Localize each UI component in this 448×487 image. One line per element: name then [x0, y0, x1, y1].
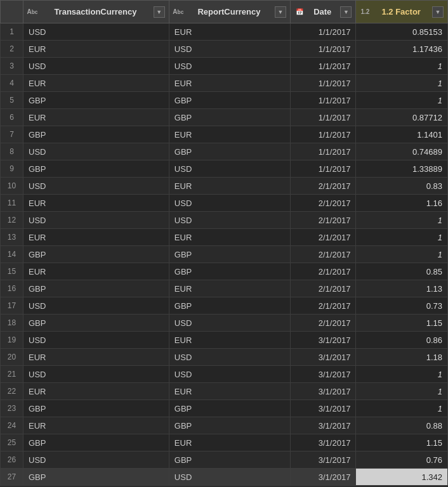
table-row: 14GBPGBP2/1/20171: [1, 246, 448, 263]
date-header[interactable]: 📅 Date ▼: [291, 1, 356, 23]
factor-cell: 1.17436: [356, 41, 448, 58]
factor-cell: 1.18: [356, 349, 448, 366]
row-number: 26: [1, 451, 23, 469]
table-row: 8USDGBP1/1/20170.74689: [1, 143, 448, 160]
row-number: 11: [1, 195, 23, 212]
factor-cell: 1.15: [356, 315, 448, 332]
report-currency-cell: GBP: [169, 297, 290, 315]
report-currency-cell: EUR: [169, 434, 290, 451]
factor-label: 1.2 Factor: [372, 7, 430, 16]
transaction-currency-cell: GBP: [23, 434, 169, 451]
row-number: 21: [1, 366, 23, 383]
report-currency-cell: EUR: [169, 280, 290, 297]
report-currency-cell: USD: [169, 58, 290, 75]
table-row: 20EURUSD3/1/20171.18: [1, 349, 448, 366]
factor-cell: 0.88: [356, 417, 448, 434]
factor-cell: 1: [356, 400, 448, 417]
row-number: 17: [1, 297, 23, 315]
factor-header[interactable]: 1.2 1.2 Factor ▼: [356, 1, 448, 23]
table-row: 6EURGBP1/1/20170.87712: [1, 109, 448, 126]
report-currency-cell: EUR: [169, 75, 290, 92]
transaction-currency-cell: USD: [23, 23, 169, 41]
factor-cell: 1.13: [356, 280, 448, 297]
transaction-currency-cell: EUR: [23, 263, 169, 280]
date-cell: 1/1/2017: [291, 126, 356, 143]
table-row: 11EURUSD2/1/20171.16: [1, 195, 448, 212]
transaction-currency-label: TransactionCurrency: [40, 7, 151, 16]
transaction-currency-cell: EUR: [23, 109, 169, 126]
date-cell: 3/1/2017: [291, 400, 356, 417]
factor-cell: 1.33889: [356, 160, 448, 178]
row-number: 27: [1, 469, 23, 486]
transaction-currency-cell: USD: [23, 212, 169, 229]
transaction-currency-cell: EUR: [23, 349, 169, 366]
report-currency-cell: EUR: [169, 383, 290, 400]
factor-cell: 0.85153: [356, 23, 448, 41]
factor-cell: 1: [356, 92, 448, 109]
table-row: 26USDGBP3/1/20170.76: [1, 451, 448, 469]
row-number: 7: [1, 126, 23, 143]
transaction-currency-header[interactable]: Abc TransactionCurrency ▼: [23, 1, 169, 23]
transaction-currency-cell: USD: [23, 332, 169, 349]
factor-cell: 1: [356, 58, 448, 75]
report-currency-cell: USD: [169, 212, 290, 229]
date-cell: 3/1/2017: [291, 434, 356, 451]
date-cell: 2/1/2017: [291, 246, 356, 263]
report-currency-cell: USD: [169, 315, 290, 332]
table-row: 15EURGBP2/1/20170.85: [1, 263, 448, 280]
table-row: 3USDUSD1/1/20171: [1, 58, 448, 75]
transaction-currency-cell: GBP: [23, 469, 169, 486]
row-number: 18: [1, 315, 23, 332]
table-row: 24EURGBP3/1/20170.88: [1, 417, 448, 434]
calendar-icon: 📅: [294, 7, 305, 17]
transaction-currency-cell: EUR: [23, 229, 169, 246]
report-currency-cell: USD: [169, 366, 290, 383]
row-number: 24: [1, 417, 23, 434]
factor-cell: 0.73: [356, 297, 448, 315]
transaction-currency-cell: GBP: [23, 160, 169, 178]
table-row: 7GBPEUR1/1/20171.1401: [1, 126, 448, 143]
date-cell: 2/1/2017: [291, 178, 356, 195]
row-number: 8: [1, 143, 23, 160]
report-currency-cell: GBP: [169, 263, 290, 280]
transaction-currency-cell: GBP: [23, 280, 169, 297]
date-label: Date: [307, 7, 338, 16]
report-currency-cell: EUR: [169, 126, 290, 143]
table-row: 18GBPUSD2/1/20171.15: [1, 315, 448, 332]
table-row: 22EUREUR3/1/20171: [1, 383, 448, 400]
transaction-currency-cell: GBP: [23, 126, 169, 143]
report-currency-cell: EUR: [169, 178, 290, 195]
date-cell: 1/1/2017: [291, 41, 356, 58]
factor-cell: 1: [356, 246, 448, 263]
table-row: 19USDEUR3/1/20170.86: [1, 332, 448, 349]
table-row: 9GBPUSD1/1/20171.33889: [1, 160, 448, 178]
transaction-currency-cell: USD: [23, 58, 169, 75]
row-number: 12: [1, 212, 23, 229]
factor-cell: 1.1401: [356, 126, 448, 143]
row-number: 15: [1, 263, 23, 280]
row-number: 1: [1, 23, 23, 41]
date-cell: 1/1/2017: [291, 143, 356, 160]
header-row: Abc TransactionCurrency ▼ Abc ReportCurr…: [1, 1, 448, 23]
report-currency-header[interactable]: Abc ReportCurrency ▼: [169, 1, 290, 23]
transaction-currency-cell: USD: [23, 366, 169, 383]
factor-cell: 1.15: [356, 434, 448, 451]
table-row: 10USDEUR2/1/20170.83: [1, 178, 448, 195]
transaction-currency-cell: USD: [23, 143, 169, 160]
transaction-currency-cell: GBP: [23, 246, 169, 263]
factor-cell: 1: [356, 383, 448, 400]
transaction-currency-cell: EUR: [23, 75, 169, 92]
table-row: 27GBPUSD3/1/20171.342: [1, 469, 448, 486]
factor-cell: 1: [356, 212, 448, 229]
abc-icon-report: Abc: [173, 7, 183, 17]
date-cell: 1/1/2017: [291, 92, 356, 109]
transaction-currency-cell: USD: [23, 297, 169, 315]
transaction-currency-cell: USD: [23, 451, 169, 469]
row-number: 13: [1, 229, 23, 246]
transaction-currency-cell: GBP: [23, 92, 169, 109]
transaction-currency-dropdown[interactable]: ▼: [154, 6, 165, 18]
report-currency-dropdown[interactable]: ▼: [275, 6, 286, 18]
report-currency-cell: GBP: [169, 109, 290, 126]
factor-dropdown[interactable]: ▼: [432, 6, 444, 18]
date-dropdown[interactable]: ▼: [340, 6, 352, 18]
